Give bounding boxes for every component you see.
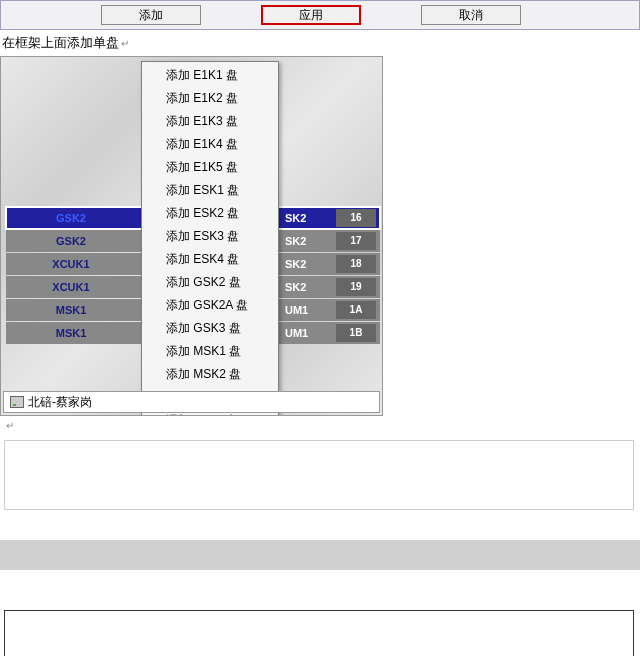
context-menu: 添加 E1K1 盘添加 E1K2 盘添加 E1K3 盘添加 E1K4 盘添加 E… (141, 61, 279, 416)
row-left-label: GSK2 (6, 212, 136, 224)
row-right-label: SK2 (279, 235, 334, 247)
row-number: 1A (336, 301, 376, 319)
row-number: 1B (336, 324, 376, 342)
add-button[interactable]: 添加 (101, 5, 201, 25)
menu-item-add-board[interactable]: 添加 GSK2 盘 (144, 271, 276, 294)
cancel-button[interactable]: 取消 (421, 5, 521, 25)
explanation-box: 为何在前面我总是提到添加或者应用的原因了吧，这里就很好的说明这点，如果是添加的话… (4, 610, 634, 656)
menu-item-add-board[interactable]: 添加 ESK1 盘 (144, 179, 276, 202)
dialog-button-bar: 添加 应用 取消 (0, 0, 640, 30)
menu-item-add-board[interactable]: 添加 ESK4 盘 (144, 248, 276, 271)
status-bar: 北碚-蔡家岗 (3, 391, 380, 413)
menu-item-add-board[interactable]: 添加 E1K3 盘 (144, 110, 276, 133)
row-left-label: XCUK1 (6, 281, 136, 293)
app-panel: GSK2SK216GSK2SK217XCUK1SK218XCUK1SK219MS… (0, 56, 383, 416)
row-left-label: GSK2 (6, 235, 136, 247)
blank-box (4, 440, 634, 510)
row-right-label: UM1 (279, 304, 334, 316)
apply-button[interactable]: 应用 (261, 5, 361, 25)
caption-text: 在框架上面添加单盘 (0, 30, 640, 56)
menu-item-add-board[interactable]: 添加 E1K1 盘 (144, 64, 276, 87)
menu-item-add-board[interactable]: 添加 GSK2A 盘 (144, 294, 276, 317)
menu-item-add-board[interactable]: 添加 E1K4 盘 (144, 133, 276, 156)
disk-icon (10, 396, 24, 408)
menu-item-add-board[interactable]: 添加 ESK2 盘 (144, 202, 276, 225)
menu-item-add-board[interactable]: 添加 MSK2 盘 (144, 363, 276, 386)
menu-item-add-board[interactable]: 添加 E1K2 盘 (144, 87, 276, 110)
row-number: 19 (336, 278, 376, 296)
cursor-line-1 (0, 416, 640, 434)
menu-item-add-board[interactable]: 添加 GSK3 盘 (144, 317, 276, 340)
row-left-label: XCUK1 (6, 258, 136, 270)
menu-item-add-board[interactable]: 添加 ESK3 盘 (144, 225, 276, 248)
status-label: 北碚-蔡家岗 (28, 394, 92, 411)
row-right-label: SK2 (279, 258, 334, 270)
row-left-label: MSK1 (6, 304, 136, 316)
row-right-label: UM1 (279, 327, 334, 339)
row-number: 17 (336, 232, 376, 250)
row-right-label: SK2 (279, 212, 334, 224)
row-number: 18 (336, 255, 376, 273)
gray-band (0, 540, 640, 570)
row-number: 16 (336, 209, 376, 227)
row-right-label: SK2 (279, 281, 334, 293)
row-left-label: MSK1 (6, 327, 136, 339)
menu-item-add-board[interactable]: 添加 E1K5 盘 (144, 156, 276, 179)
menu-item-add-board[interactable]: 添加 MSK1 盘 (144, 340, 276, 363)
